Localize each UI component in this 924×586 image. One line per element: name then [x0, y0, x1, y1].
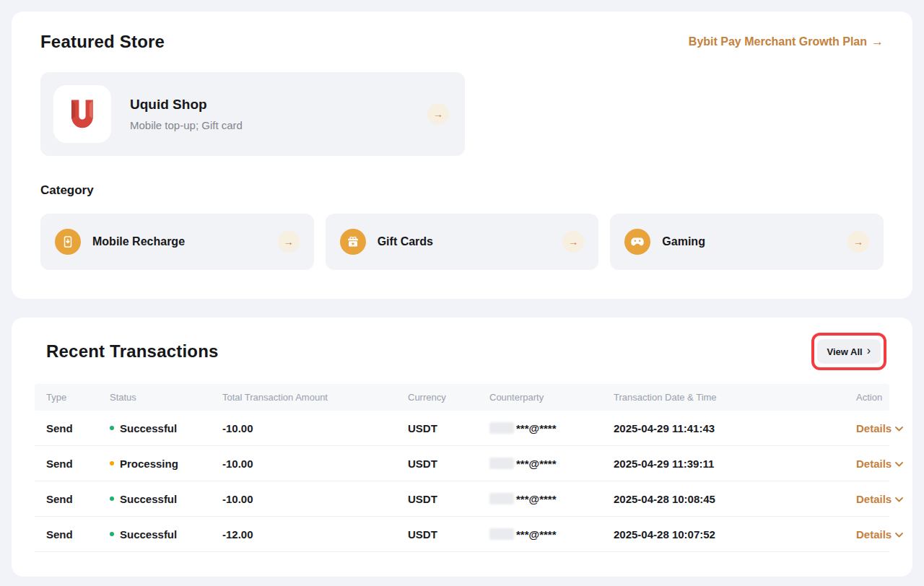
category-label: Gift Cards [378, 235, 563, 248]
featured-store-title: Featured Store [40, 32, 165, 52]
chevron-down-icon [895, 462, 903, 467]
details-label: Details [856, 458, 892, 470]
category-card-gift-cards[interactable]: Gift Cards → [326, 214, 599, 270]
category-card-mobile-recharge[interactable]: Mobile Recharge → [40, 214, 314, 270]
category-label: Mobile Recharge [92, 235, 278, 248]
tx-amount: -10.00 [222, 493, 408, 505]
category-arrow-button[interactable]: → [278, 231, 300, 253]
tx-action: Details [856, 458, 903, 470]
tx-status: Processing [110, 458, 222, 470]
featured-store-panel: Featured Store Bybit Pay Merchant Growth… [12, 12, 912, 299]
counterparty-masked: ***@**** [516, 422, 557, 434]
tx-type: Send [46, 422, 110, 434]
status-label: Successful [120, 422, 177, 434]
tx-counterparty: ***@**** [489, 528, 614, 541]
table-row: Send Processing -10.00 USDT ***@**** 202… [35, 446, 889, 481]
table-header-row: Type Status Total Transaction Amount Cur… [35, 384, 889, 411]
uquid-shop-card[interactable]: Uquid Shop Mobile top-up; Gift card → [40, 72, 465, 156]
tx-action: Details [856, 493, 903, 505]
col-header-counterparty: Counterparty [489, 392, 614, 403]
uquid-logo [53, 85, 111, 143]
tx-datetime: 2025-04-29 11:39:11 [614, 458, 856, 470]
category-card-gaming[interactable]: Gaming → [610, 214, 884, 270]
arrow-right-icon: → [284, 236, 294, 248]
col-header-type: Type [46, 392, 110, 403]
arrow-right-icon: → [568, 236, 578, 248]
chevron-down-icon [895, 533, 903, 538]
tx-currency: USDT [408, 528, 489, 541]
col-header-currency: Currency [408, 392, 489, 403]
tx-currency: USDT [408, 493, 489, 505]
details-link[interactable]: Details [856, 493, 903, 505]
tx-status: Successful [110, 528, 222, 541]
transactions-title: Recent Transactions [46, 341, 219, 362]
store-arrow-button[interactable]: → [427, 103, 449, 125]
status-label: Successful [120, 493, 177, 505]
tx-status: Successful [110, 422, 222, 434]
tx-counterparty: ***@**** [489, 493, 614, 505]
status-dot-icon [110, 532, 114, 536]
details-link[interactable]: Details [856, 528, 903, 541]
tx-type: Send [46, 458, 110, 470]
transactions-rows: Send Successful -10.00 USDT ***@**** 202… [35, 411, 889, 552]
mobile-recharge-icon [55, 229, 81, 255]
category-arrow-button[interactable]: → [847, 231, 869, 253]
transactions-header: Recent Transactions View All › [35, 339, 889, 364]
tx-action: Details [856, 422, 903, 434]
table-row: Send Successful -10.00 USDT ***@**** 202… [35, 411, 889, 446]
tx-amount: -10.00 [222, 458, 408, 470]
featured-store-header: Featured Store Bybit Pay Merchant Growth… [40, 32, 884, 52]
store-description: Mobile top-up; Gift card [130, 119, 427, 131]
category-arrow-button[interactable]: → [562, 231, 584, 253]
category-label: Gaming [662, 235, 847, 248]
redacted-blur [489, 528, 514, 540]
details-label: Details [856, 528, 892, 541]
redacted-blur [489, 422, 514, 434]
tx-counterparty: ***@**** [489, 422, 614, 434]
details-link[interactable]: Details [856, 422, 903, 434]
details-label: Details [856, 493, 892, 505]
gift-cards-icon [340, 229, 366, 255]
table-row: Send Successful -12.00 USDT ***@**** 202… [35, 517, 889, 552]
details-link[interactable]: Details [856, 458, 903, 470]
arrow-right-icon: → [433, 108, 443, 120]
view-all-label: View All [827, 346, 863, 357]
merchant-growth-plan-label: Bybit Pay Merchant Growth Plan [689, 35, 867, 48]
arrow-right-icon: → [853, 236, 863, 248]
counterparty-masked: ***@**** [516, 458, 557, 470]
recent-transactions-panel: Recent Transactions View All › Type Stat… [12, 318, 912, 577]
chevron-down-icon [895, 497, 903, 502]
store-info: Uquid Shop Mobile top-up; Gift card [130, 97, 427, 131]
tx-currency: USDT [408, 422, 489, 434]
tx-counterparty: ***@**** [489, 458, 614, 470]
chevron-down-icon [895, 427, 903, 432]
tx-currency: USDT [408, 458, 489, 470]
col-header-status: Status [110, 392, 222, 403]
tx-type: Send [46, 493, 110, 505]
col-header-amount: Total Transaction Amount [222, 392, 408, 403]
tx-amount: -12.00 [222, 528, 408, 541]
category-title: Category [40, 183, 884, 198]
view-all-button[interactable]: View All › [817, 339, 881, 364]
details-label: Details [856, 422, 892, 434]
tx-type: Send [46, 528, 110, 541]
tx-datetime: 2025-04-29 11:41:43 [614, 422, 856, 434]
tx-action: Details [856, 528, 903, 541]
transactions-table: Type Status Total Transaction Amount Cur… [35, 384, 889, 552]
status-label: Successful [120, 528, 177, 541]
redacted-blur [489, 493, 514, 504]
table-row: Send Successful -10.00 USDT ***@**** 202… [35, 481, 889, 517]
status-dot-icon [110, 461, 114, 465]
arrow-right-icon: → [871, 35, 884, 49]
status-dot-icon [110, 426, 114, 430]
category-row: Mobile Recharge → Gift Cards → [40, 214, 884, 270]
gaming-icon [624, 229, 650, 255]
store-name: Uquid Shop [130, 97, 427, 113]
redacted-blur [489, 458, 514, 469]
tx-amount: -10.00 [222, 422, 408, 434]
merchant-growth-plan-link[interactable]: Bybit Pay Merchant Growth Plan → [689, 35, 884, 49]
tx-datetime: 2025-04-28 10:08:45 [614, 493, 856, 505]
counterparty-masked: ***@**** [516, 528, 557, 541]
uquid-u-icon [66, 97, 99, 131]
status-label: Processing [120, 458, 178, 470]
